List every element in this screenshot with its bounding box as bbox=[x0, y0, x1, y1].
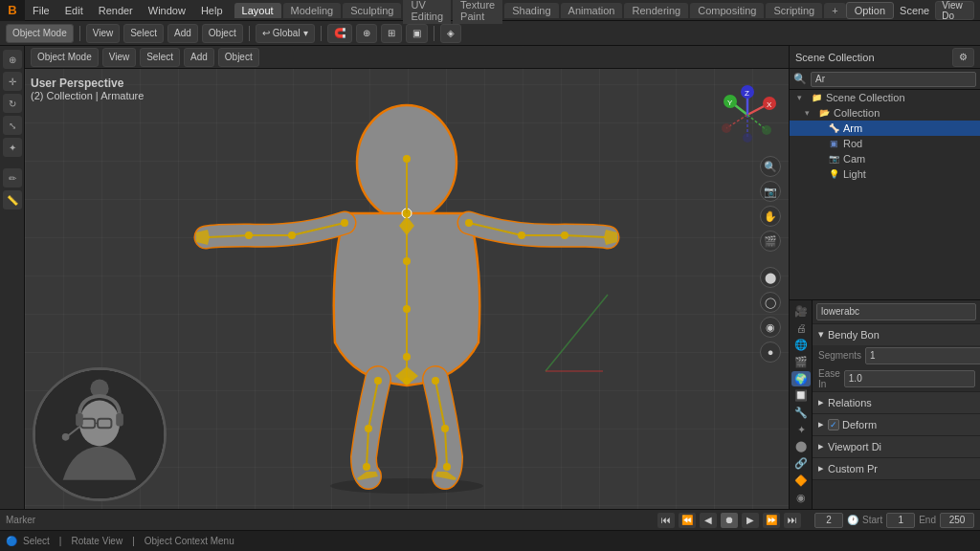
bendy-bones-header[interactable]: ▾ Bendy Bon bbox=[813, 324, 980, 345]
properties-area: 🎥 🖨 🌐 🎬 🌍 🔲 🔧 ✦ ⬤ 🔗 🔶 ◉ bbox=[790, 300, 980, 510]
add-menu-btn[interactable]: Add bbox=[167, 24, 198, 43]
move-tool[interactable]: ✛ bbox=[3, 72, 22, 91]
tab-layout[interactable]: Layout bbox=[234, 3, 281, 18]
right-panel-header: Scene Collection ⚙ bbox=[790, 46, 980, 69]
tab-sculpting[interactable]: Sculpting bbox=[343, 3, 401, 18]
scene-search-input[interactable] bbox=[811, 72, 976, 87]
viewport[interactable]: Object Mode View Select Add Object User … bbox=[25, 46, 789, 509]
current-frame-input[interactable] bbox=[814, 513, 843, 528]
viewport-add-btn[interactable]: Add bbox=[184, 48, 214, 67]
prev-keyframe-btn[interactable]: ⏪ bbox=[679, 513, 696, 528]
collection-label: (2) Collection | Armature bbox=[31, 90, 144, 101]
world-prop-icon[interactable]: 🌍 bbox=[791, 371, 811, 386]
hand-tool-btn[interactable]: ✋ bbox=[760, 206, 781, 227]
jump-end-btn[interactable]: ⏭ bbox=[784, 513, 801, 528]
camera-btn[interactable]: 📷 bbox=[760, 181, 781, 202]
data-prop-icon[interactable]: 🔶 bbox=[791, 474, 811, 489]
bendy-field-2: Ease In bbox=[813, 366, 980, 391]
tab-texture-paint[interactable]: Texture Paint bbox=[453, 0, 502, 24]
end-frame-input[interactable] bbox=[940, 513, 974, 528]
armature-item[interactable]: 🦴 Arm bbox=[790, 121, 980, 136]
view-menu-btn[interactable]: View bbox=[86, 24, 121, 43]
custom-props-section: ▸ Custom Pr bbox=[813, 458, 980, 480]
scale-icon: ⤡ bbox=[9, 121, 16, 131]
tab-shading[interactable]: Shading bbox=[504, 3, 558, 18]
shading-material-btn[interactable]: ◉ bbox=[760, 317, 781, 338]
scale-tool[interactable]: ⤡ bbox=[3, 116, 22, 135]
scene-prop-icon[interactable]: 🎬 bbox=[791, 355, 811, 370]
camera-item[interactable]: 📷 Cam bbox=[790, 151, 980, 166]
step-back-btn[interactable]: ◀ bbox=[700, 513, 717, 528]
tab-uv-editing[interactable]: UV Editing bbox=[403, 0, 451, 24]
view-do-button[interactable]: View Do bbox=[935, 1, 974, 20]
object-prop-icon[interactable]: 🔲 bbox=[791, 388, 811, 404]
object-mode-btn[interactable]: Object Mode bbox=[6, 24, 74, 43]
tab-compositing[interactable]: Compositing bbox=[690, 3, 764, 18]
tab-rendering[interactable]: Rendering bbox=[624, 3, 688, 18]
view-layer-icon[interactable]: 🌐 bbox=[791, 338, 811, 353]
cursor-tool[interactable]: ⊕ bbox=[3, 50, 22, 69]
deform-header[interactable]: ▸ ✓ Deform bbox=[813, 414, 980, 435]
filter-btn[interactable]: ⚙ bbox=[952, 48, 974, 67]
options-button[interactable]: Option bbox=[846, 2, 894, 19]
mesh-item[interactable]: ▣ Rod bbox=[790, 136, 980, 151]
zoom-in-btn[interactable]: 🔍 bbox=[760, 156, 781, 177]
viewport-object-btn[interactable]: Object bbox=[218, 48, 259, 67]
menu-window[interactable]: Window bbox=[141, 3, 193, 18]
tab-add[interactable]: + bbox=[824, 3, 845, 18]
start-frame-input[interactable] bbox=[886, 513, 915, 528]
ease-in-input[interactable] bbox=[844, 370, 975, 387]
svg-point-49 bbox=[443, 463, 451, 471]
jump-start-btn[interactable]: ⏮ bbox=[657, 513, 675, 528]
camera-scene-icon: 📷 bbox=[828, 153, 839, 165]
menu-file[interactable]: File bbox=[25, 3, 57, 18]
output-prop-icon[interactable]: 🖨 bbox=[791, 320, 811, 336]
custom-props-header[interactable]: ▸ Custom Pr bbox=[813, 458, 980, 479]
menu-render[interactable]: Render bbox=[91, 3, 141, 18]
movie-btn[interactable]: 🎬 bbox=[760, 231, 781, 252]
menu-help[interactable]: Help bbox=[193, 3, 231, 18]
grid-btn[interactable]: ⊞ bbox=[381, 24, 402, 43]
annotate-tool[interactable]: ✏ bbox=[3, 168, 22, 187]
shading-wire-btn[interactable]: ◯ bbox=[760, 292, 781, 313]
proportional-btn[interactable]: ⊕ bbox=[356, 24, 377, 43]
modifier-prop-icon[interactable]: 🔧 bbox=[791, 406, 811, 421]
shading-solid-btn[interactable]: ⬤ bbox=[760, 267, 781, 288]
constraints-icon[interactable]: 🔗 bbox=[791, 456, 811, 472]
snap-btn[interactable]: 🧲 bbox=[327, 24, 352, 43]
light-item[interactable]: 💡 Light bbox=[790, 166, 980, 182]
particles-icon[interactable]: ✦ bbox=[791, 422, 811, 437]
toolbar-separator-1 bbox=[79, 26, 80, 41]
step-fwd-btn[interactable]: ▶ bbox=[742, 513, 759, 528]
physics-icon[interactable]: ⬤ bbox=[791, 439, 811, 454]
collection-item[interactable]: ▾ 📂 Collection bbox=[790, 105, 980, 121]
tab-modeling[interactable]: Modeling bbox=[283, 3, 342, 18]
navigation-gizmo[interactable]: X Y Z bbox=[717, 84, 779, 148]
play-btn[interactable]: ⏺ bbox=[721, 513, 738, 528]
xray-btn[interactable]: ◈ bbox=[440, 24, 461, 43]
measure-tool[interactable]: 📏 bbox=[3, 190, 22, 209]
transform-tool[interactable]: ✦ bbox=[3, 138, 22, 157]
collection-item-root[interactable]: ▾ 📁 Scene Collection bbox=[790, 90, 980, 105]
rotate-tool[interactable]: ↻ bbox=[3, 94, 22, 113]
viewport-mode-btn[interactable]: Object Mode bbox=[31, 48, 99, 67]
shading-render-btn[interactable]: ● bbox=[760, 342, 781, 363]
tab-scripting[interactable]: Scripting bbox=[766, 3, 822, 18]
viewport-view-btn[interactable]: View bbox=[102, 48, 137, 67]
deform-checkbox[interactable]: ✓ bbox=[828, 419, 839, 430]
object-menu-btn[interactable]: Object bbox=[202, 24, 243, 43]
viewport-select-btn[interactable]: Select bbox=[140, 48, 180, 67]
transform-orientation-btn[interactable]: ↩ Global ▾ bbox=[256, 24, 315, 43]
overlay-btn[interactable]: ▣ bbox=[406, 24, 428, 43]
segments-input[interactable] bbox=[865, 347, 980, 364]
toolbar-separator-2 bbox=[249, 26, 250, 41]
filter-input[interactable] bbox=[816, 303, 976, 320]
tab-animation[interactable]: Animation bbox=[561, 3, 623, 18]
select-menu-btn[interactable]: Select bbox=[123, 24, 164, 43]
viewport-display-header[interactable]: ▸ Viewport Di bbox=[813, 436, 980, 457]
render-prop-icon[interactable]: 🎥 bbox=[791, 304, 811, 320]
next-keyframe-btn[interactable]: ⏩ bbox=[763, 513, 780, 528]
relations-header[interactable]: ▸ Relations bbox=[813, 392, 980, 413]
material-prop-icon[interactable]: ◉ bbox=[791, 490, 811, 505]
menu-edit[interactable]: Edit bbox=[57, 3, 91, 18]
